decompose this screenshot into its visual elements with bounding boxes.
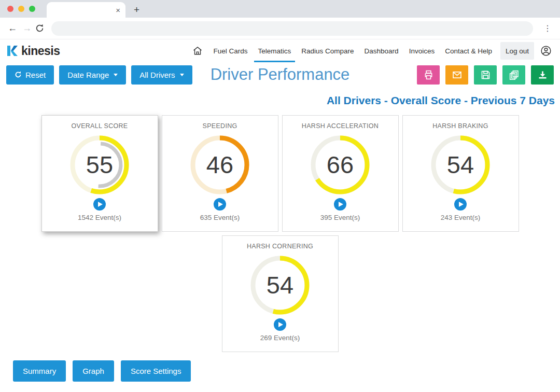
home-icon (192, 46, 203, 56)
events-count: 635 Event(s) (200, 214, 240, 221)
all-drivers-dropdown[interactable]: All Drivers (131, 65, 192, 85)
tab-close-icon[interactable]: × (116, 6, 120, 14)
reload-icon[interactable] (35, 24, 44, 33)
card-harsh-braking[interactable]: HARSH BRAKING 54 243 Event(s) (402, 115, 519, 232)
browser-tab[interactable]: × (47, 2, 125, 18)
copy-pages-icon (509, 69, 520, 80)
nav-item-contact-help[interactable]: Contact & Help (441, 39, 496, 62)
floppy-disk-icon (480, 69, 491, 80)
nav-item-dashboard[interactable]: Dashboard (360, 39, 403, 62)
minimize-window-button[interactable] (18, 6, 24, 12)
score-value: 54 (447, 151, 474, 178)
events-count: 269 Event(s) (260, 334, 300, 342)
home-nav-button[interactable] (188, 39, 207, 62)
save-button[interactable] (474, 65, 497, 85)
play-button[interactable] (214, 198, 226, 211)
printer-icon (423, 69, 434, 80)
card-title: HARSH CORNERING (247, 243, 313, 250)
caret-down-icon (180, 74, 184, 76)
reset-button[interactable]: Reset (6, 65, 54, 85)
user-account-icon (540, 45, 552, 57)
download-icon (537, 69, 548, 80)
browser-menu-icon[interactable]: ⋮ (540, 23, 555, 33)
caret-down-icon (114, 74, 118, 76)
play-button[interactable] (334, 198, 346, 211)
kinesis-logo-icon (6, 45, 19, 57)
score-value: 55 (86, 151, 113, 178)
footer-buttons: Summary Graph Score Settings (0, 360, 560, 382)
score-gauge: 54 (248, 253, 312, 317)
date-range-label: Date Range (67, 71, 109, 79)
kinesis-logo[interactable]: kinesis (6, 44, 60, 58)
play-icon (98, 202, 103, 207)
logo-text: kinesis (21, 44, 60, 58)
card-harsh-acceleration[interactable]: HARSH ACCELERATION 66 395 Event(s) (282, 115, 399, 232)
nav-item-fuel-cards[interactable]: Fuel Cards (209, 39, 251, 62)
card-title: SPEEDING (203, 122, 237, 130)
score-cards-row-2: HARSH CORNERING 54 269 Event(s) (0, 235, 560, 352)
reset-label: Reset (25, 71, 46, 79)
main-nav: Fuel Cards Telematics Radius Compare Das… (188, 39, 554, 62)
score-settings-button[interactable]: Score Settings (121, 360, 191, 382)
card-title: OVERALL SCORE (71, 122, 128, 130)
graph-button[interactable]: Graph (73, 360, 114, 382)
score-gauge: 66 (308, 133, 372, 197)
nav-item-telematics[interactable]: Telematics (254, 39, 296, 62)
log-out-button[interactable]: Log out (500, 42, 534, 60)
maximize-window-button[interactable] (29, 6, 35, 12)
card-title: HARSH ACCELERATION (302, 122, 379, 130)
nav-item-invoices[interactable]: Invoices (405, 39, 439, 62)
card-speeding[interactable]: SPEEDING 46 635 Event(s) (162, 115, 278, 232)
close-window-button[interactable] (7, 6, 13, 12)
score-value: 66 (327, 151, 354, 178)
forward-icon[interactable]: → (20, 23, 34, 34)
address-bar[interactable] (51, 21, 533, 36)
score-gauge: 46 (188, 133, 252, 197)
score-gauge: 54 (428, 133, 493, 197)
play-icon (459, 202, 464, 207)
copy-button[interactable] (502, 65, 525, 85)
card-title: HARSH BRAKING (432, 122, 488, 130)
play-button[interactable] (93, 198, 106, 211)
score-cards-row-1: OVERALL SCORE 55 1542 Event(s) SPEEDING … (0, 115, 560, 232)
export-actions (417, 65, 554, 85)
events-count: 1542 Event(s) (78, 214, 121, 221)
account-button[interactable] (538, 45, 554, 57)
play-icon (339, 202, 343, 207)
score-gauge: 55 (67, 133, 132, 197)
report-subtitle: All Drivers - Overall Score - Previous 7… (0, 94, 560, 107)
new-tab-button[interactable]: + (134, 4, 139, 16)
email-button[interactable] (445, 65, 468, 85)
summary-button[interactable]: Summary (13, 360, 66, 382)
play-icon (278, 322, 283, 327)
nav-item-radius-compare[interactable]: Radius Compare (297, 39, 358, 62)
print-button[interactable] (417, 65, 440, 85)
play-button[interactable] (274, 318, 286, 331)
all-drivers-label: All Drivers (139, 71, 175, 79)
score-value: 46 (206, 151, 233, 178)
score-value: 54 (267, 271, 293, 299)
browser-toolbar: ← → ⋮ (0, 18, 560, 39)
download-button[interactable] (531, 65, 554, 85)
refresh-icon (15, 71, 22, 78)
controls-row: Reset Date Range All Drivers Driver Perf… (0, 63, 560, 86)
card-overall-score[interactable]: OVERALL SCORE 55 1542 Event(s) (41, 115, 158, 232)
events-count: 395 Event(s) (320, 214, 360, 221)
app-header: kinesis Fuel Cards Telematics Radius Com… (0, 39, 560, 62)
events-count: 243 Event(s) (441, 214, 481, 221)
back-icon[interactable]: ← (5, 23, 20, 34)
envelope-icon (452, 69, 463, 80)
play-icon (218, 202, 223, 207)
tab-strip: × + (0, 0, 560, 18)
card-harsh-cornering[interactable]: HARSH CORNERING 54 269 Event(s) (222, 235, 339, 352)
date-range-dropdown[interactable]: Date Range (59, 65, 126, 85)
play-button[interactable] (454, 198, 467, 211)
